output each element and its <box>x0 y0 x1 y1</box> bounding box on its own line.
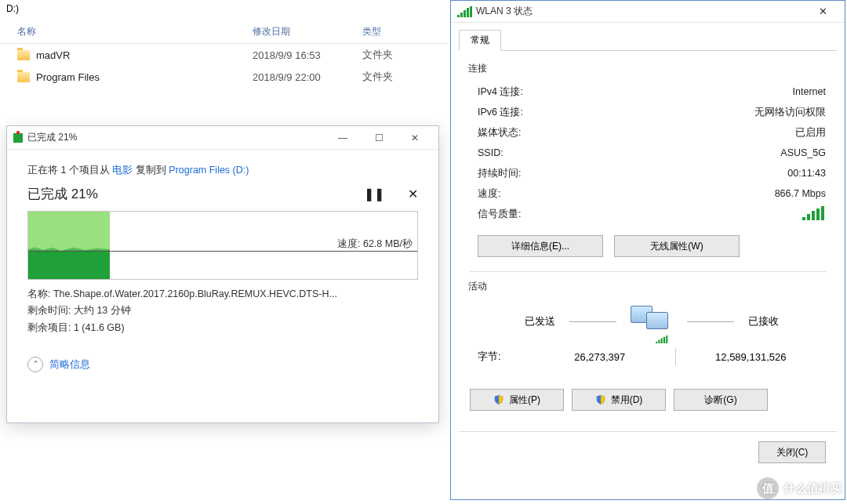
wlan-tabs: 常规 <box>451 23 845 50</box>
file-row[interactable]: madVR 2018/9/9 16:53 文件夹 <box>0 44 447 66</box>
file-name: madVR <box>36 49 70 61</box>
file-row[interactable]: Program Files 2018/9/9 22:00 文件夹 <box>0 66 447 88</box>
explorer-columns: 名称 修改日期 类型 <box>0 17 447 44</box>
bytes-received-value: 12,589,131,526 <box>676 351 827 363</box>
disable-label: 禁用(D) <box>611 393 643 407</box>
network-computers-icon <box>631 306 673 337</box>
copy-desc-mid: 复制到 <box>133 165 169 176</box>
col-name[interactable]: 名称 <box>0 25 253 38</box>
col-type[interactable]: 类型 <box>362 25 447 38</box>
bytes-sent-value: 26,273,397 <box>525 351 675 363</box>
watermark-text: 什么值得买 <box>783 481 842 496</box>
sent-label: 已发送 <box>525 315 555 328</box>
ipv4-label: IPv4 连接: <box>478 85 523 99</box>
copy-app-icon <box>13 133 23 143</box>
section-activity: 活动 <box>468 280 826 293</box>
wlan-status-dialog: WLAN 3 状态 ✕ 常规 连接 IPv4 连接:Internet IPv6 … <box>450 0 845 500</box>
details-button[interactable]: 详细信息(E)... <box>478 235 603 257</box>
media-value: 已启用 <box>795 126 826 140</box>
diagnose-button[interactable]: 诊断(G) <box>674 389 768 411</box>
col-date[interactable]: 修改日期 <box>253 25 362 38</box>
wlan-titlebar[interactable]: WLAN 3 状态 ✕ <box>451 1 845 23</box>
activity-graphic: 已发送 已接收 <box>478 299 826 343</box>
shield-icon <box>493 394 504 405</box>
cancel-button[interactable]: ✕ <box>408 187 418 201</box>
copy-name-label: 名称: <box>27 288 53 299</box>
wireless-properties-button[interactable]: 无线属性(W) <box>614 235 740 257</box>
copy-dest-link[interactable]: Program Files (D:) <box>169 165 249 176</box>
speed-value: 866.7 Mbps <box>775 188 826 199</box>
file-type: 文件夹 <box>362 48 447 62</box>
wifi-signal-icon <box>802 206 826 220</box>
explorer-path: D:) <box>0 0 447 17</box>
copy-remaining-time: 剩余时间: 大约 13 分钟 <box>27 303 418 319</box>
ipv6-value: 无网络访问权限 <box>754 106 826 119</box>
wlan-title: WLAN 3 状态 <box>476 5 805 18</box>
folder-icon <box>17 72 30 82</box>
properties-label: 属性(P) <box>509 393 540 407</box>
file-type: 文件夹 <box>362 70 447 84</box>
copy-title: 已完成 21% <box>27 131 325 144</box>
copy-speed-label: 速度: 62.8 MB/秒 <box>337 237 413 251</box>
copy-percent-label: 已完成 21% <box>27 185 98 203</box>
properties-button[interactable]: 属性(P) <box>470 389 564 411</box>
copy-desc-prefix: 正在将 1 个项目从 <box>27 165 112 176</box>
wifi-signal-icon <box>656 335 669 343</box>
watermark-icon: 值 <box>757 477 779 499</box>
toggle-details-button[interactable]: ⌃ 简略信息 <box>27 357 418 372</box>
duration-value: 00:11:43 <box>787 168 826 179</box>
toggle-details-label: 简略信息 <box>49 357 90 372</box>
close-button[interactable]: ✕ <box>398 127 432 149</box>
close-button[interactable]: ✕ <box>805 2 840 22</box>
chevron-up-icon: ⌃ <box>27 357 43 372</box>
minimize-button[interactable]: — <box>325 127 360 149</box>
speed-label: 速度: <box>478 187 500 201</box>
section-connection: 连接 <box>468 62 826 75</box>
watermark: 值 什么值得买 <box>757 477 842 499</box>
signal-value <box>802 206 826 223</box>
duration-label: 持续时间: <box>478 167 521 180</box>
ssid-value: ASUS_5G <box>780 147 826 158</box>
pause-button[interactable]: ❚❚ <box>364 187 384 201</box>
ssid-label: SSID: <box>478 147 503 158</box>
copy-remaining-items: 剩余项目: 1 (41.6 GB) <box>27 320 418 336</box>
copy-name-value: The.Shape.of.Water.2017.2160p.BluRay.REM… <box>53 288 337 299</box>
received-label: 已接收 <box>748 315 779 328</box>
copy-source-link[interactable]: 电影 <box>112 165 133 176</box>
ipv6-label: IPv6 连接: <box>478 106 523 119</box>
bytes-label: 字节: <box>478 350 525 364</box>
copy-progress-dialog: 已完成 21% — ☐ ✕ 正在将 1 个项目从 电影 复制到 Program … <box>6 125 439 423</box>
copy-details: 名称: The.Shape.of.Water.2017.2160p.BluRay… <box>27 286 418 336</box>
signal-label: 信号质量: <box>478 208 521 221</box>
folder-icon <box>17 50 30 60</box>
file-date: 2018/9/9 22:00 <box>253 71 362 83</box>
file-name: Program Files <box>36 71 100 83</box>
copy-description: 正在将 1 个项目从 电影 复制到 Program Files (D:) <box>27 164 418 177</box>
wifi-signal-icon <box>457 6 471 17</box>
disable-button[interactable]: 禁用(D) <box>572 389 666 411</box>
ipv4-value: Internet <box>793 86 826 97</box>
close-dialog-button[interactable]: 关闭(C) <box>758 441 826 463</box>
maximize-button[interactable]: ☐ <box>362 127 396 149</box>
media-label: 媒体状态: <box>478 126 521 140</box>
copy-speed-graph: 速度: 62.8 MB/秒 <box>27 211 418 280</box>
shield-icon <box>595 394 606 405</box>
copy-titlebar[interactable]: 已完成 21% — ☐ ✕ <box>7 126 438 150</box>
tab-general[interactable]: 常规 <box>459 30 501 51</box>
file-date: 2018/9/9 16:53 <box>253 49 362 61</box>
